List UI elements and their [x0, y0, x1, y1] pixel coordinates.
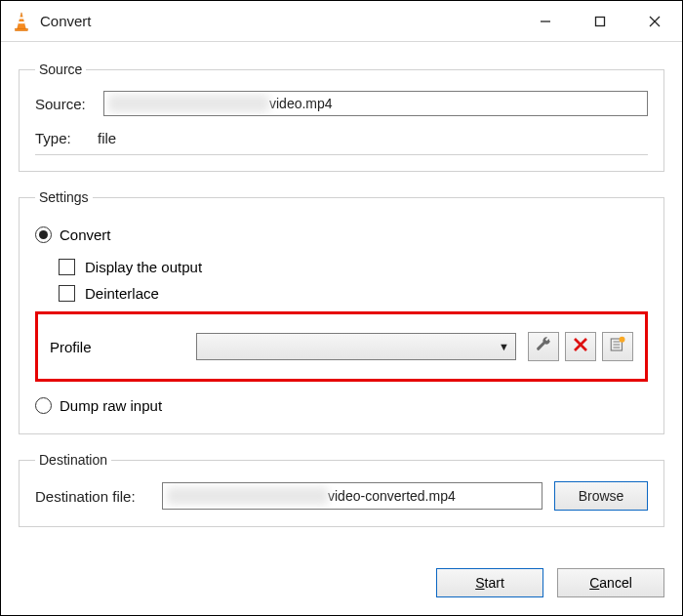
checkbox-icon	[59, 259, 75, 275]
new-profile-button[interactable]	[602, 332, 633, 361]
source-group-label: Source	[35, 62, 86, 77]
source-file-suffix: video.mp4	[269, 96, 333, 111]
vlc-cone-icon	[11, 11, 32, 32]
source-group: Source Source: video.mp4 Type: file	[19, 62, 664, 172]
profile-label: Profile	[50, 339, 196, 355]
cancel-button[interactable]: Cancel	[557, 568, 664, 597]
minimize-button[interactable]	[518, 1, 573, 42]
radio-icon	[35, 397, 52, 414]
settings-group-label: Settings	[35, 189, 93, 205]
destination-group: Destination Destination file: video-conv…	[19, 452, 664, 527]
browse-button-label: Browse	[579, 488, 624, 504]
profile-combobox[interactable]: ▼	[196, 333, 516, 360]
display-output-checkbox[interactable]: Display the output	[59, 259, 648, 275]
dialog-footer: Start Cancel	[1, 568, 682, 615]
checkbox-icon	[59, 285, 75, 302]
titlebar: Convert	[1, 1, 682, 42]
svg-rect-2	[19, 21, 24, 23]
close-button[interactable]	[627, 1, 682, 42]
chevron-down-icon: ▼	[499, 341, 509, 352]
window-title: Convert	[40, 13, 92, 29]
redacted-path	[108, 95, 269, 112]
source-file-input[interactable]: video.mp4	[103, 91, 648, 116]
profile-highlight: Profile ▼	[35, 311, 648, 382]
radio-icon	[35, 226, 52, 243]
destination-file-input[interactable]: video-converted.mp4	[162, 482, 542, 510]
deinterlace-label: Deinterlace	[85, 285, 159, 302]
cancel-button-label: Cancel	[589, 575, 632, 591]
delete-profile-button[interactable]	[565, 332, 596, 361]
start-button[interactable]: Start	[436, 568, 543, 597]
start-button-label: Start	[475, 575, 504, 591]
dump-raw-label: Dump raw input	[60, 397, 162, 414]
svg-rect-3	[16, 28, 28, 30]
svg-marker-0	[17, 12, 25, 28]
edit-profile-button[interactable]	[528, 332, 559, 361]
display-output-label: Display the output	[85, 259, 202, 275]
type-label: Type:	[35, 130, 98, 146]
convert-radio[interactable]: Convert	[35, 226, 648, 243]
destination-group-label: Destination	[35, 452, 111, 468]
svg-point-14	[620, 337, 625, 343]
svg-rect-5	[596, 17, 605, 25]
svg-rect-1	[20, 17, 23, 19]
maximize-button[interactable]	[573, 1, 627, 42]
destination-file-suffix: video-converted.mp4	[328, 488, 456, 504]
destination-label: Destination file:	[35, 488, 162, 505]
new-list-icon	[609, 336, 626, 357]
deinterlace-checkbox[interactable]: Deinterlace	[59, 285, 648, 302]
redacted-path	[167, 487, 328, 505]
wrench-icon	[535, 336, 552, 357]
convert-dialog: Convert Source Source: video.mp4 Type: f…	[0, 0, 683, 616]
convert-radio-label: Convert	[60, 226, 111, 243]
source-label: Source:	[35, 96, 103, 112]
browse-button[interactable]: Browse	[554, 481, 648, 511]
settings-group: Settings Convert Display the output Dein…	[19, 189, 664, 434]
dump-raw-radio[interactable]: Dump raw input	[35, 397, 648, 414]
x-icon	[572, 336, 589, 357]
type-value: file	[98, 130, 116, 146]
